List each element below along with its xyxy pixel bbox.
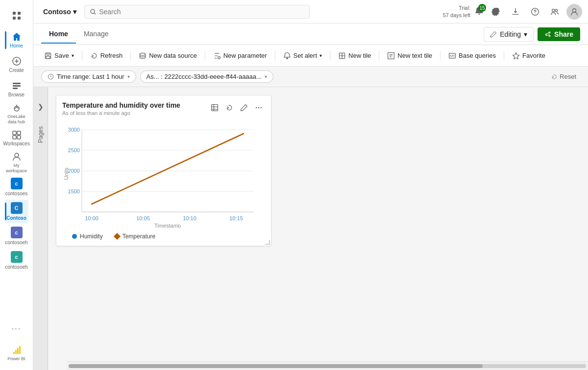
svg-rect-7 [13,83,21,84]
sidebar-item-contosoes[interactable]: c contosoes [5,175,28,199]
favorite-button[interactable]: Favorite [507,49,550,63]
svg-rect-3 [18,17,21,20]
sidebar-item-contoso[interactable]: C Contoso [5,200,28,223]
filter-bar: Time range: Last 1 hour ▾ As... : 2222cc… [33,67,588,87]
svg-rect-1 [18,12,21,15]
settings-icon [491,7,500,16]
user-avatar[interactable] [566,4,582,20]
svg-point-26 [555,9,558,12]
content-wrapper: ❯ Pages Temperature and humidity over ti… [33,87,588,370]
pages-toggle[interactable]: ❯ [36,91,46,122]
table-icon [211,104,219,112]
sidebar-item-create[interactable]: Create [5,53,28,76]
chart-header: Temperature and humidity over time As of… [62,101,265,116]
sidebar-myworkspace-label: My workspace [5,163,28,174]
new-parameter-label: New parameter [223,52,267,59]
save-button[interactable]: Save ▾ [39,49,79,63]
chart-table-view-button[interactable] [208,101,221,114]
sidebar-workspaces-label: Workspaces [3,141,30,147]
sidebar-browse-label: Browse [8,92,24,98]
set-alert-button[interactable]: Set alert ▾ [278,49,327,63]
new-tile-label: New tile [348,52,371,59]
refresh-button[interactable]: Refresh [85,49,128,63]
svg-point-31 [140,53,146,55]
workspace-selector[interactable]: Contoso ▾ [39,6,80,18]
chart-title: Temperature and humidity over time [62,101,180,109]
svg-rect-18 [15,350,17,354]
tab-manage[interactable]: Manage [76,25,117,44]
download-button[interactable] [508,4,523,20]
svg-rect-30 [46,56,50,58]
chart-tile: Temperature and humidity over time As of… [56,95,271,246]
resize-handle[interactable] [265,240,270,245]
scrollbar-track[interactable] [69,364,586,368]
svg-text:10:05: 10:05 [136,215,150,221]
save-chevron: ▾ [72,53,74,58]
help-button[interactable] [527,4,543,20]
parameter-icon [213,52,221,60]
legend-temperature: Temperature [115,233,155,240]
sidebar-more-icon[interactable]: ... [5,315,28,339]
sidebar-item-browse[interactable]: Browse [5,77,28,101]
svg-point-25 [552,9,555,11]
sidebar-home-label: Home [10,43,23,49]
new-datasource-button[interactable]: New data source [134,49,202,63]
new-text-tile-button[interactable]: New text tile [382,49,437,63]
user-icon [570,7,579,16]
share-button[interactable]: Share [538,27,580,41]
chart-more-button[interactable] [252,101,265,114]
svg-text:3000: 3000 [68,127,80,133]
sidebar-item-myworkspace[interactable]: My workspace [5,151,28,174]
new-parameter-button[interactable]: New parameter [208,49,272,63]
search-input[interactable] [99,8,304,16]
main-area: Home Manage Editing ▾ Share Save ▾ [33,23,588,370]
svg-point-27 [572,8,576,12]
notification-count: 15 [478,4,486,12]
as-filter[interactable]: As... : 2222cccc-33dd-eeee-ff44-aaaaa...… [140,70,273,83]
scrollbar-thumb[interactable] [69,364,483,368]
svg-point-47 [261,107,262,108]
workspace-chevron: ▾ [73,8,76,16]
toolbar-sep-3 [205,51,205,61]
download-icon [511,7,520,16]
svg-rect-9 [13,88,18,89]
chart-refresh-button[interactable] [223,101,236,114]
people-button[interactable] [547,4,563,20]
sidebar-apps-icon[interactable] [5,4,28,27]
sidebar-powerbi-icon[interactable]: Power BI [5,342,28,365]
chart-edit-button[interactable] [238,101,250,114]
reset-button[interactable]: Reset [547,71,580,82]
base-queries-button[interactable]: Base queries [443,49,501,63]
bottom-scrollbar[interactable] [67,361,588,370]
toolbar-sep-4 [275,51,275,61]
sidebar-item-workspaces[interactable]: Workspaces [5,126,28,150]
svg-rect-0 [13,12,16,15]
new-datasource-label: New data source [149,52,197,59]
sidebar-more-label: ... [12,323,21,331]
svg-line-63 [92,134,244,204]
editing-chevron: ▾ [524,30,527,38]
temperature-label: Temperature [122,233,155,240]
time-range-filter[interactable]: Time range: Last 1 hour ▾ [41,70,136,83]
notification-button[interactable]: 15 [474,6,484,17]
settings-button[interactable] [488,4,504,20]
sidebar-contosoeh1-label: contosoeh [5,240,27,246]
svg-line-22 [94,13,96,14]
tab-home-label: Home [49,30,68,38]
new-tile-button[interactable]: New tile [333,49,376,63]
chart-subtitle: As of less than a minute ago [62,110,180,116]
sidebar-item-onelake[interactable]: OneLake data hub [5,102,28,125]
svg-text:1500: 1500 [68,188,80,194]
alert-icon [283,52,291,60]
toolbar-sep-1 [82,51,82,61]
pages-toggle-icon: ❯ [38,103,44,111]
favorite-label: Favorite [522,52,545,59]
workspace-name: Contoso [43,8,71,16]
editing-button[interactable]: Editing ▾ [484,27,534,42]
search-box[interactable] [84,5,310,19]
sidebar-item-contosoeh2[interactable]: c contosoeh [5,249,28,272]
svg-text:2500: 2500 [68,147,80,153]
tab-home[interactable]: Home [41,25,76,44]
sidebar-item-home[interactable]: Home [5,28,28,52]
sidebar-item-contosoeh1[interactable]: c contosoeh [5,224,28,248]
